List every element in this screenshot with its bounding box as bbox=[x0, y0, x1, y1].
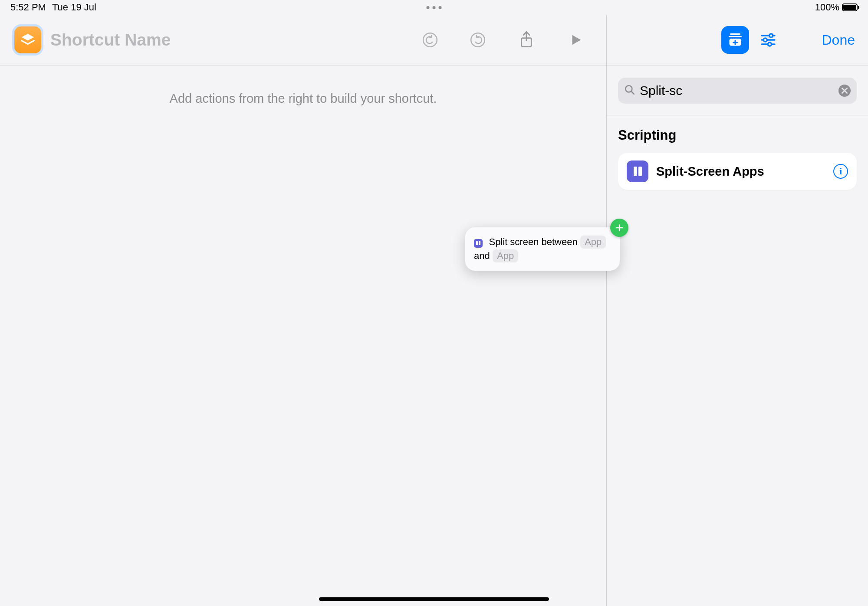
redo-button[interactable] bbox=[469, 31, 487, 49]
status-time: 5:52 PM bbox=[10, 2, 46, 13]
settings-button[interactable] bbox=[759, 30, 778, 49]
battery-icon bbox=[842, 3, 858, 11]
search-results: Scripting Split-Screen Apps i bbox=[607, 115, 868, 202]
actions-pane: Done Scripting Split-Screen Apps i bbox=[607, 15, 868, 606]
svg-point-5 bbox=[769, 34, 773, 37]
svg-point-7 bbox=[763, 38, 767, 42]
editor-canvas[interactable]: Add actions from the right to build your… bbox=[0, 66, 606, 606]
home-indicator[interactable] bbox=[319, 597, 549, 601]
status-date: Tue 19 Jul bbox=[52, 2, 96, 13]
multitask-dots-icon[interactable] bbox=[427, 6, 442, 9]
search-input[interactable] bbox=[640, 83, 834, 98]
share-button[interactable] bbox=[517, 30, 536, 49]
svg-line-11 bbox=[631, 91, 634, 94]
status-bar: 5:52 PM Tue 19 Jul 100% bbox=[0, 0, 868, 15]
section-heading: Scripting bbox=[618, 128, 857, 143]
shortcut-app-icon[interactable] bbox=[12, 24, 43, 56]
play-button[interactable] bbox=[566, 30, 585, 49]
split-screen-icon bbox=[474, 239, 483, 248]
app-token-1[interactable]: App bbox=[580, 236, 606, 249]
undo-button[interactable] bbox=[421, 31, 439, 49]
svg-point-0 bbox=[423, 33, 437, 47]
battery-percent: 100% bbox=[815, 2, 839, 13]
svg-point-1 bbox=[471, 33, 485, 47]
clear-search-button[interactable] bbox=[838, 85, 851, 97]
action-text-prefix: Split screen between bbox=[489, 236, 577, 247]
search-field[interactable] bbox=[618, 78, 857, 104]
action-library-button[interactable] bbox=[721, 26, 749, 54]
editor-pane: Add actions from the right to build your… bbox=[0, 15, 607, 606]
search-icon bbox=[624, 84, 635, 97]
editor-toolbar bbox=[0, 15, 606, 66]
app-token-2[interactable]: App bbox=[493, 249, 518, 262]
canvas-hint: Add actions from the right to build your… bbox=[170, 92, 437, 106]
split-screen-icon bbox=[627, 161, 648, 182]
action-result-item[interactable]: Split-Screen Apps i bbox=[618, 153, 857, 190]
dragged-action-card[interactable]: + Split screen between App and App bbox=[465, 227, 620, 271]
info-button[interactable]: i bbox=[833, 164, 848, 179]
action-result-title: Split-Screen Apps bbox=[656, 164, 825, 179]
svg-point-9 bbox=[768, 43, 771, 46]
done-button[interactable]: Done bbox=[822, 32, 855, 48]
action-text-joiner: and bbox=[474, 250, 490, 261]
plus-icon: + bbox=[610, 219, 628, 237]
shortcut-title-input[interactable] bbox=[50, 30, 267, 49]
actions-pane-header: Done bbox=[607, 15, 868, 66]
